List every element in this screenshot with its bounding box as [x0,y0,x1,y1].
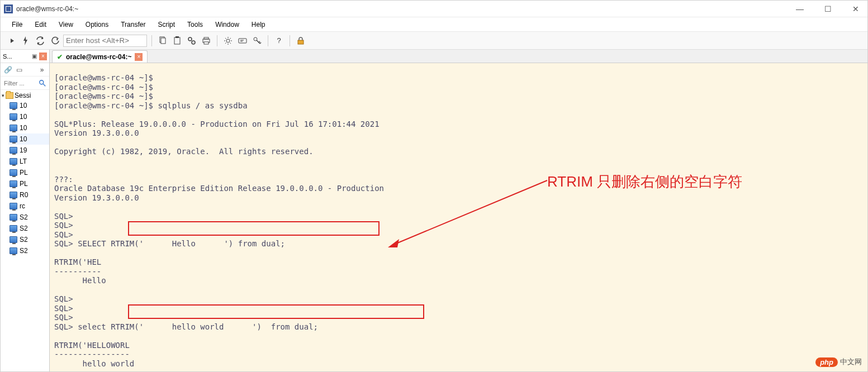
menu-edit[interactable]: Edit [29,19,52,30]
session-item-label: rc [20,202,25,210]
body-split: S... ▣ × 🔗 ▭ » ▾ Sess [1,50,867,371]
key-icon[interactable] [251,35,263,47]
toolbar-separator [217,35,217,46]
session-icon [10,158,17,165]
terminal-area[interactable]: [oracle@wms-rc-04 ~]$ [oracle@wms-rc-04 … [50,63,867,371]
session-tab[interactable]: ✔ oracle@wms-rc-04:~ × [52,50,148,63]
session-item-label: 19 [20,146,27,154]
pin-icon[interactable]: ▣ [32,53,37,59]
session-item[interactable]: R0 [8,189,49,201]
window-title: oracle@wms-rc-04:~ [16,5,78,13]
svg-rect-8 [204,42,208,44]
session-item-label: 10 [20,102,27,109]
link-icon[interactable]: 🔗 [4,66,12,74]
paste-icon[interactable] [171,35,183,47]
sidebar-filter [1,77,49,90]
menu-view[interactable]: View [53,19,79,30]
menu-help[interactable]: Help [246,19,271,30]
connect-icon[interactable] [5,35,17,47]
session-item-label: PL [20,180,28,188]
session-item-label: S2 [20,247,28,255]
minimize-button[interactable]: — [791,4,808,13]
connected-icon: ✔ [57,53,63,61]
session-item[interactable]: 10 [8,111,49,122]
svg-rect-3 [176,36,179,38]
lock-icon[interactable] [295,35,307,47]
copy-icon[interactable] [156,35,169,47]
session-item-label: 10 [20,124,27,132]
svg-rect-10 [239,39,246,43]
session-icon [10,214,17,221]
titlebar: oracle@wms-rc-04:~ — ☐ ✕ [1,1,867,17]
session-icon [10,247,17,254]
root-label: Sessi [15,92,31,99]
help-icon[interactable]: ? [273,35,285,47]
close-button[interactable]: ✕ [847,4,864,13]
new-window-icon[interactable]: ▭ [15,66,23,74]
session-icon [10,225,17,232]
maximize-button[interactable]: ☐ [819,4,836,13]
tree-root[interactable]: ▾ Sessi [1,91,49,100]
session-item-label: S2 [20,225,28,232]
session-item[interactable]: PL [8,167,49,178]
svg-line-17 [43,83,45,85]
session-item-label: PL [20,169,28,177]
settings-icon[interactable] [222,35,234,47]
toolbar: ? [1,32,867,50]
session-item-label: 10 [20,113,27,121]
more-icon[interactable]: » [38,66,46,74]
annotation-text: RTRIM 只删除右侧的空白字符 [547,172,742,192]
search-icon[interactable] [38,79,47,88]
main-column: ✔ oracle@wms-rc-04:~ × [oracle@wms-rc-04… [50,50,867,371]
toolbar-separator [268,35,268,46]
watermark-text: 中文网 [840,357,862,367]
find-icon[interactable] [186,35,198,47]
menu-window[interactable]: Window [210,19,245,30]
host-input[interactable] [63,35,147,47]
session-options-icon[interactable] [236,35,249,47]
session-item[interactable]: S2 [8,212,49,223]
session-icon [10,192,17,198]
toolbar-separator [151,35,152,46]
menu-script[interactable]: Script [152,19,181,30]
session-item[interactable]: 10 [8,133,49,145]
chevron-down-icon: ▾ [2,93,4,98]
sidebar-close-button[interactable]: × [39,53,47,60]
menu-file[interactable]: File [6,19,28,30]
session-item-label: 10 [20,135,27,143]
menu-options[interactable]: Options [80,19,114,30]
session-item-label: R0 [20,191,28,199]
session-icon [10,203,17,209]
session-icon [10,147,17,154]
menubar: File Edit View Options Transfer Script T… [1,17,867,32]
print-icon[interactable] [200,35,212,47]
session-icon [10,180,17,187]
sidebar-tab-row: S... ▣ × [1,50,49,63]
reconnect-icon[interactable] [34,35,46,47]
session-icon [10,125,17,131]
disconnect-icon[interactable] [49,35,61,47]
quick-connect-icon[interactable] [20,35,32,47]
svg-point-16 [40,80,44,84]
session-item-label: S2 [20,236,28,244]
filter-input[interactable] [3,79,37,87]
session-item[interactable]: 10 [8,100,49,111]
svg-rect-15 [298,40,303,44]
menu-tools[interactable]: Tools [182,19,208,30]
session-item[interactable]: PL [8,178,49,189]
svg-point-9 [226,39,230,42]
svg-rect-2 [174,37,180,44]
session-sidebar: S... ▣ × 🔗 ▭ » ▾ Sess [1,50,50,371]
session-item[interactable]: LT [8,156,49,167]
session-item[interactable]: 19 [8,145,49,156]
session-item[interactable]: rc [8,201,49,212]
session-item[interactable]: S2 [8,245,49,256]
svg-rect-1 [161,38,165,44]
session-item[interactable]: S2 [8,234,49,245]
session-item[interactable]: S2 [8,223,49,234]
session-item[interactable]: 10 [8,122,49,133]
menu-transfer[interactable]: Transfer [115,19,151,30]
folder-icon [6,92,13,99]
session-item-label: LT [20,158,27,165]
tab-close-button[interactable]: × [135,53,143,61]
